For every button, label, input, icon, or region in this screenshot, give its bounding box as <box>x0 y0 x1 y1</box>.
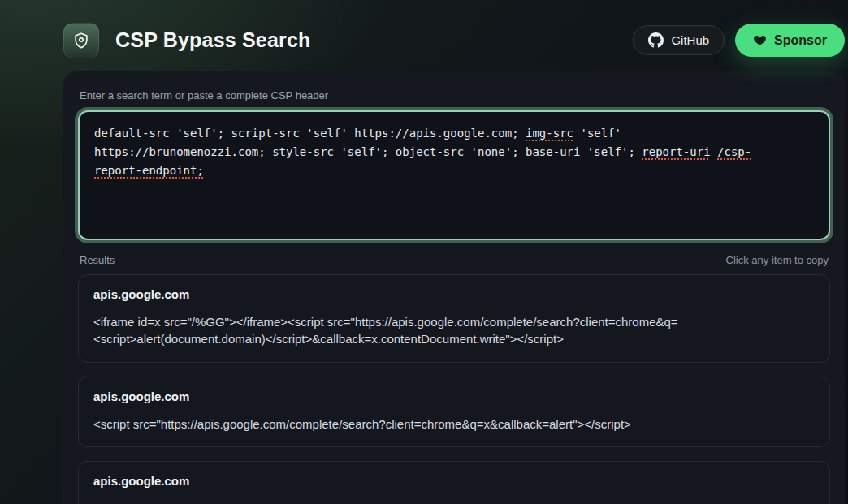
main-panel: Enter a search term or paste a complete … <box>63 71 845 504</box>
sponsor-button-label: Sponsor <box>774 33 827 48</box>
result-card[interactable]: apis.google.com <iframe id=x src="/%GG">… <box>78 274 830 363</box>
github-icon <box>648 32 664 48</box>
search-label: Enter a search term or paste a complete … <box>80 89 830 101</box>
result-payload: <script src="https://apis.google.com/com… <box>93 416 815 433</box>
result-domain: apis.google.com <box>93 474 815 488</box>
result-card[interactable]: apis.google.com <script src="https://api… <box>78 377 830 447</box>
result-payload: <iframe id=x src="/%GG"></iframe><script… <box>93 313 815 348</box>
copy-hint: Click any item to copy <box>726 254 829 266</box>
results-bar: Results Click any item to copy <box>80 254 829 266</box>
app-logo <box>63 23 99 58</box>
app-header: CSP Bypass Search GitHub Sponsor <box>0 0 848 65</box>
result-domain: apis.google.com <box>93 390 815 403</box>
result-card[interactable]: apis.google.com <script src="https://api… <box>78 461 830 504</box>
page-title: CSP Bypass Search <box>115 28 311 52</box>
github-button-label: GitHub <box>671 33 709 47</box>
sponsor-button[interactable]: Sponsor <box>735 24 845 57</box>
csp-search-input[interactable]: default-src 'self'; script-src 'self' ht… <box>78 110 830 240</box>
results-label: Results <box>80 254 115 266</box>
github-button[interactable]: GitHub <box>633 25 725 55</box>
shield-icon <box>72 32 90 50</box>
result-payload: <script src="https://apis.google.com/js/… <box>93 500 815 504</box>
result-domain: apis.google.com <box>93 287 815 301</box>
heart-icon <box>753 33 767 47</box>
